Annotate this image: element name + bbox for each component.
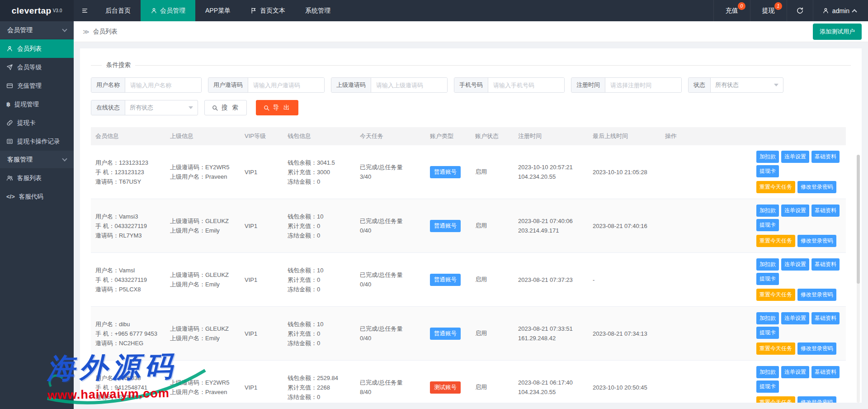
topnav-item-members[interactable]: 会员管理 xyxy=(141,0,195,21)
table-row: 用户名：Vamsl手 机：0433227119邀请码：P5LCX8上级邀请码：G… xyxy=(91,253,846,307)
change-login-password-button[interactable]: 修改登录密码 xyxy=(797,396,836,403)
sidebar-item-withdraw-card-log[interactable]: 提现卡操作记录 xyxy=(0,132,74,151)
topnav-item-system[interactable]: 系统管理 xyxy=(295,0,340,21)
last-online-cell: 2023-08-21 07:34:13 xyxy=(588,307,660,361)
topnav-item-home[interactable]: 后台首页 xyxy=(95,0,141,21)
actions-cell: 加扣款连单设置基础资料提现卡重置今天任务修改登录密码 xyxy=(660,199,846,253)
withdraw-card-button[interactable]: 提现卡 xyxy=(756,327,779,339)
column-header: 今天任务 xyxy=(355,127,425,145)
sidebar-group-service-mgmt[interactable]: 客服管理 xyxy=(0,151,74,169)
basic-info-button[interactable]: 基础资料 xyxy=(811,366,840,378)
combo-setting-button[interactable]: 连单设置 xyxy=(781,312,809,324)
vip-level-cell: VIP1 xyxy=(240,361,283,403)
change-login-password-button[interactable]: 修改登录密码 xyxy=(797,342,836,355)
last-online-cell: - xyxy=(588,253,660,307)
export-button[interactable]: 导 出 xyxy=(256,100,298,115)
today-task-cell: 已完成/总任务量0/40 xyxy=(355,253,425,307)
admin-menu[interactable]: admin xyxy=(813,0,868,21)
sidebar-group-member-mgmt[interactable]: 会员管理 xyxy=(0,21,74,39)
hamburger-menu-icon[interactable] xyxy=(74,0,95,21)
add-deduct-button[interactable]: 加扣款 xyxy=(756,258,779,271)
parent-invite-code-input[interactable] xyxy=(371,78,447,92)
actions-cell: 加扣款连单设置基础资料提现卡重置今天任务修改登录密码 xyxy=(660,145,846,199)
filter-username: 用户名称 xyxy=(91,77,202,93)
combo-setting-button[interactable]: 连单设置 xyxy=(781,366,809,378)
today-task-cell: 已完成/总任务量0/40 xyxy=(355,307,425,361)
topnav: 后台首页会员管理APP菜单首页文本系统管理 xyxy=(95,0,340,21)
combo-setting-button[interactable]: 连单设置 xyxy=(781,204,809,217)
today-task-cell: 已完成/总任务量3/40 xyxy=(355,145,425,199)
phone-input[interactable] xyxy=(488,78,564,92)
basic-info-button[interactable]: 基础资料 xyxy=(811,258,840,271)
member-info-cell: 用户名：dibu手 机：+965 6777 9453邀请码：NC2HEG xyxy=(91,307,165,361)
member-info-cell: 用户名：123123123手 机：123123123邀请码：T67USY xyxy=(91,145,165,199)
member-info-cell: 用户名：Vamsi3手 机：0433227119邀请码：RL7YM3 xyxy=(91,199,165,253)
account-type-badge: 普通账号 xyxy=(430,166,461,178)
change-login-password-button[interactable]: 修改登录密码 xyxy=(797,235,836,247)
filter-user-invite-code-label: 用户邀请码 xyxy=(208,78,248,92)
caret-down-icon xyxy=(189,106,193,109)
column-header: 注册时间 xyxy=(514,127,588,145)
add-deduct-button[interactable]: 加扣款 xyxy=(756,312,779,324)
search-button[interactable]: 搜 索 xyxy=(204,100,247,115)
basic-info-button[interactable]: 基础资料 xyxy=(811,312,840,324)
sidebar-item-withdraw-mgmt[interactable]: ฿提现管理 xyxy=(0,95,74,114)
add-deduct-button[interactable]: 加扣款 xyxy=(756,151,779,163)
refresh-icon[interactable] xyxy=(787,0,813,21)
reset-today-task-button[interactable]: 重置今天任务 xyxy=(756,181,795,193)
withdraw-card-button[interactable]: 提现卡 xyxy=(756,219,779,231)
table-row: 用户名：Vamsi3手 机：0433227119邀请码：RL7YM3上级邀请码：… xyxy=(91,199,846,253)
last-online-cell: 2023-10-10 20:50:45 xyxy=(588,361,660,403)
basic-info-button[interactable]: 基础资料 xyxy=(811,204,840,217)
online-status-select[interactable]: 所有状态 xyxy=(125,100,198,115)
basic-info-button[interactable]: 基础资料 xyxy=(811,151,840,163)
member-table-wrap: 会员信息上级信息VIP等级钱包信息今天任务账户类型账户状态注册时间最后上线时间操… xyxy=(91,127,851,403)
change-login-password-button[interactable]: 修改登录密码 xyxy=(797,289,836,301)
column-header: 钱包信息 xyxy=(283,127,355,145)
filter-username-label: 用户名称 xyxy=(91,78,125,92)
change-login-password-button[interactable]: 修改登录密码 xyxy=(797,181,836,193)
withdraw-card-button[interactable]: 提现卡 xyxy=(756,380,779,393)
withdraw-link[interactable]: 提现 1 xyxy=(750,0,787,21)
reset-today-task-button[interactable]: 重置今天任务 xyxy=(756,396,795,403)
status-select[interactable]: 所有状态 xyxy=(711,78,783,92)
reset-today-task-button[interactable]: 重置今天任务 xyxy=(756,342,795,355)
list-icon xyxy=(6,138,13,145)
combo-setting-button[interactable]: 连单设置 xyxy=(781,151,809,163)
username-input[interactable] xyxy=(125,78,201,92)
add-deduct-button[interactable]: 加扣款 xyxy=(756,204,779,217)
users-icon xyxy=(6,175,13,181)
actions-cell: 加扣款连单设置基础资料提现卡重置今天任务修改登录密码 xyxy=(660,307,846,361)
withdraw-card-button[interactable]: 提现卡 xyxy=(756,273,779,285)
table-scrollbar[interactable] xyxy=(857,155,860,403)
last-online-cell: 2023-08-21 07:40:16 xyxy=(588,199,660,253)
sidebar-item-member-list[interactable]: 会员列表 xyxy=(0,39,74,58)
sidebar-item-withdraw-card[interactable]: 提现卡 xyxy=(0,114,74,132)
sidebar-item-member-level[interactable]: 会员等级 xyxy=(0,58,74,76)
member-info-cell: 用户名：Vamsl手 机：0433227119邀请码：P5LCX8 xyxy=(91,253,165,307)
recharge-badge: 0 xyxy=(738,2,745,10)
combo-setting-button[interactable]: 连单设置 xyxy=(781,258,809,271)
account-status-cell: 启用 xyxy=(471,307,514,361)
reg-time-input[interactable] xyxy=(605,78,681,92)
chevron-up-icon xyxy=(852,9,857,14)
user-invite-code-input[interactable] xyxy=(248,78,324,92)
sidebar-item-service-list[interactable]: 客服列表 xyxy=(0,169,74,187)
reset-today-task-button[interactable]: 重置今天任务 xyxy=(756,235,795,247)
brand-logo[interactable]: clevertap V3.0 xyxy=(0,0,74,21)
add-test-user-button[interactable]: 添加测试用户 xyxy=(813,24,862,40)
reset-today-task-button[interactable]: 重置今天任务 xyxy=(756,289,795,301)
account-type-badge: 普通账号 xyxy=(430,274,461,286)
link-icon xyxy=(6,119,13,126)
chevron-down-icon xyxy=(62,156,67,161)
account-status-cell: 启用 xyxy=(471,199,514,253)
vip-level-cell: VIP1 xyxy=(240,145,283,199)
withdraw-card-button[interactable]: 提现卡 xyxy=(756,165,779,177)
add-deduct-button[interactable]: 加扣款 xyxy=(756,366,779,378)
column-header: 操作 xyxy=(660,127,846,145)
sidebar-item-recharge-mgmt[interactable]: 充值管理 xyxy=(0,76,74,95)
sidebar-item-service-code[interactable]: </>客服代码 xyxy=(0,187,74,206)
recharge-link[interactable]: 充值 0 xyxy=(713,0,750,21)
topnav-item-home-text[interactable]: 首页文本 xyxy=(241,0,295,21)
topnav-item-app-menu[interactable]: APP菜单 xyxy=(195,0,241,21)
